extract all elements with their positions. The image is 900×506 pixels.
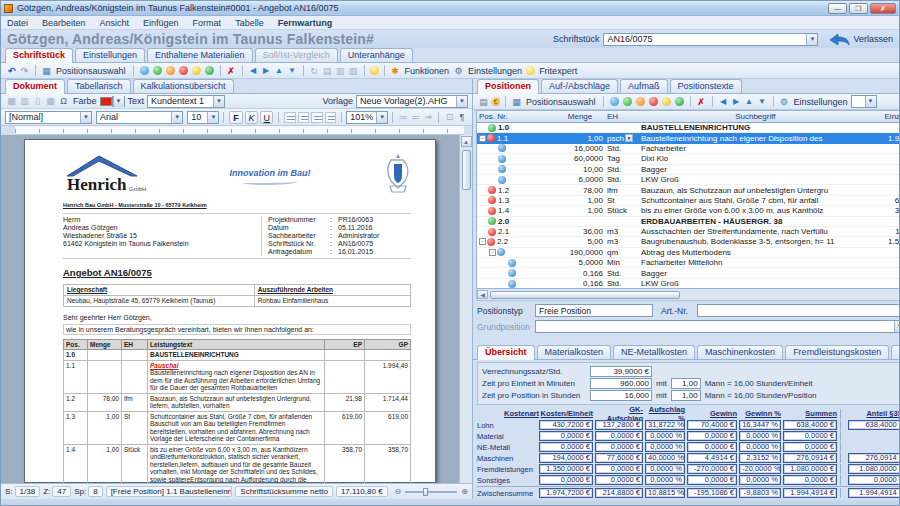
cell-gk-aufschlag[interactable]: 0,0000 €: [595, 464, 643, 474]
cell-aufschlag-prozent[interactable]: 0,0000 %: [645, 464, 685, 474]
ball-blue-icon[interactable]: [140, 66, 149, 75]
position-row[interactable]: -2.25,00m3Baugrubenaushub, Bodenklasse 3…: [477, 237, 900, 247]
vorlage-combo[interactable]: Neue Vorlage(2).AHG▼: [356, 95, 468, 108]
cell-aufschlag-prozent[interactable]: 0,0000 %: [645, 442, 685, 452]
positionsauswahl-button[interactable]: Positionsauswahl: [526, 97, 596, 107]
printer-icon[interactable]: ▤: [478, 96, 489, 107]
export-icon[interactable]: ▧: [348, 65, 359, 76]
ball-orange-icon[interactable]: [166, 66, 175, 75]
indent-icon[interactable]: ⇥: [423, 112, 433, 123]
cell-gewinn-prozent[interactable]: -20,0000 %: [739, 464, 781, 474]
cell-gk-aufschlag[interactable]: 0,0000 €: [595, 431, 643, 441]
unit-mann-field[interactable]: 1,00: [671, 378, 701, 389]
menu-item-fernwartung[interactable]: Fernwartung: [278, 18, 333, 28]
arrow-down-icon[interactable]: ▼: [757, 96, 768, 107]
copy-icon[interactable]: ▥: [19, 96, 30, 107]
tab-positionstexte[interactable]: Positionstexte: [670, 79, 742, 93]
tab-aufmaß[interactable]: Aufmaß: [620, 79, 668, 93]
cell-aufschlag-prozent[interactable]: 0,0000 %: [645, 475, 685, 485]
tab-ne-metallkosten[interactable]: NE-Metallkosten: [613, 345, 695, 359]
position-row[interactable]: -1.11,00psch▼Baustelleneinrichtung nach …: [477, 133, 900, 143]
col-eh[interactable]: EH: [605, 112, 639, 121]
zoom-out-icon[interactable]: ⊖: [395, 487, 402, 496]
zoom-combo[interactable]: 101%▼: [346, 111, 388, 124]
doc-position-row[interactable]: 1.41,00Stückbis zu einer Größe von 6,00 …: [64, 444, 411, 483]
tab-soll-ist-vergleich[interactable]: Soll/Ist-Vergleich: [255, 48, 338, 62]
scroll-up-icon[interactable]: ▲: [461, 136, 472, 147]
cell-aufschlag-prozent[interactable]: 31,8722 %: [645, 420, 685, 430]
arrow-up-icon[interactable]: ▲: [274, 65, 285, 76]
cell-gk-aufschlag[interactable]: 214,8800 €: [595, 488, 643, 498]
document-page[interactable]: Henrich GmbH Innovation im Bau!: [24, 139, 436, 483]
tab-kalkulationsübersicht[interactable]: Kalkulationsübersicht: [133, 79, 234, 93]
tab-sonstige-kosten[interactable]: Sonstige Kosten: [891, 345, 900, 359]
color-dropdown-icon[interactable]: ▼: [112, 96, 125, 107]
bulb-icon[interactable]: [370, 66, 379, 75]
rate-field[interactable]: 39,9000 €: [590, 366, 652, 377]
arrow-right-icon[interactable]: ▶: [731, 96, 742, 107]
symbol-omega-icon[interactable]: Ω: [58, 96, 69, 107]
zoom-control[interactable]: ⊖ ⊕: [395, 487, 468, 496]
cell-gewinn[interactable]: 0,0000 €: [687, 475, 737, 485]
position-row[interactable]: 6,0000Std.LKW Groß12,80876,85: [477, 175, 900, 185]
ball-green-icon[interactable]: [153, 66, 162, 75]
positionsauswahl-button[interactable]: Positionsauswahl: [56, 66, 126, 76]
hscroll-thumb[interactable]: [490, 291, 680, 299]
cell-gk-aufschlag[interactable]: 77,6000 €: [595, 453, 643, 463]
doc-position-row[interactable]: 1.278,00lfmBauzaun, als Schutzzaun auf u…: [64, 393, 411, 411]
cell-gewinn[interactable]: 4,4914 €: [687, 453, 737, 463]
undo-icon[interactable]: ↶: [6, 65, 17, 76]
artnr-field[interactable]: [697, 304, 900, 317]
align-justify-icon[interactable]: [325, 112, 336, 123]
image-icon[interactable]: ▦: [45, 96, 56, 107]
cell-gewinn[interactable]: -270,0000 €: [687, 464, 737, 474]
align-right-icon[interactable]: [311, 112, 322, 123]
positionsauswahl-icon[interactable]: ▦: [41, 65, 52, 76]
cell-aufschlag-prozent[interactable]: 0,0000 %: [645, 431, 685, 441]
font-color-swatch[interactable]: [100, 97, 112, 106]
cell-kosten-einheit[interactable]: 430,7200 €: [539, 420, 593, 430]
tab-unteranhänge[interactable]: Unteranhänge: [340, 48, 413, 62]
doc-position-row[interactable]: 1.0BAUSTELLENEINRICHTUNG: [64, 350, 411, 361]
close-button[interactable]: ✗: [870, 3, 896, 14]
schriftstueck-combo[interactable]: AN16/0075 ▼: [603, 33, 818, 46]
einstellungen-button[interactable]: Einstellungen: [794, 97, 848, 107]
col-menge[interactable]: Menge: [555, 112, 605, 121]
menu-item-bearbeiten[interactable]: Bearbeiten: [42, 18, 86, 28]
delete-icon[interactable]: ✗: [696, 96, 707, 107]
ball-blue-icon[interactable]: [610, 97, 619, 106]
redo-icon[interactable]: ↷: [19, 65, 30, 76]
cell-kosten-einheit[interactable]: 194,0000 €: [539, 453, 593, 463]
align-left-icon[interactable]: [284, 112, 295, 123]
ball-green-icon[interactable]: [623, 97, 632, 106]
tab-schriftstück[interactable]: Schriftstück: [5, 48, 73, 63]
position-row[interactable]: 1.41,00Stückbis zu einer Größe von 6,00 …: [477, 206, 900, 216]
cell-gewinn[interactable]: 70,4000 €: [687, 420, 737, 430]
menu-item-format[interactable]: Format: [193, 18, 222, 28]
cell-kosten-einheit[interactable]: 1.350,0000 €: [539, 464, 593, 474]
tab-enthaltene-materialien[interactable]: Enthaltene Materialien: [147, 48, 253, 62]
position-row[interactable]: 1.31,00StSchuttcontainer aus Stahl, Größ…: [477, 196, 900, 206]
unit-time-field[interactable]: 960,000: [590, 378, 652, 389]
bullet-list-icon[interactable]: ≕: [411, 112, 421, 123]
verlassen-button[interactable]: Verlassen: [828, 33, 893, 46]
col-pos-nr[interactable]: Pos. Nr.: [477, 112, 555, 121]
chevron-down-icon[interactable]: ▼: [625, 134, 633, 142]
cell-gewinn-prozent[interactable]: 0,0000 %: [739, 442, 781, 452]
ball-green-check-icon[interactable]: [205, 66, 214, 75]
tree-expander-icon[interactable]: -: [489, 249, 496, 256]
euro-coin-icon[interactable]: €: [491, 97, 500, 106]
fritexpert-button[interactable]: Fritexpert: [539, 66, 577, 76]
font-family-combo[interactable]: Arial▼: [96, 111, 183, 124]
chevron-down-icon[interactable]: ▼: [806, 34, 817, 45]
pos-time-field[interactable]: 16,000: [590, 390, 652, 401]
chevron-down-icon[interactable]: ▼: [865, 96, 876, 107]
doc-position-row[interactable]: 1.1PauschalBaustelleneinrichtung nach ei…: [64, 360, 411, 393]
tree-expander-icon[interactable]: -: [479, 238, 486, 245]
funktionen-icon[interactable]: ✱: [390, 65, 401, 76]
position-row[interactable]: 2.136,00m3Ausschachten der Streifenfunda…: [477, 227, 900, 237]
cut-icon[interactable]: ▩: [6, 96, 17, 107]
ball-red-icon[interactable]: [179, 66, 188, 75]
scrollbar-thumb[interactable]: [462, 150, 471, 190]
positionsauswahl-icon[interactable]: ▦: [511, 96, 522, 107]
